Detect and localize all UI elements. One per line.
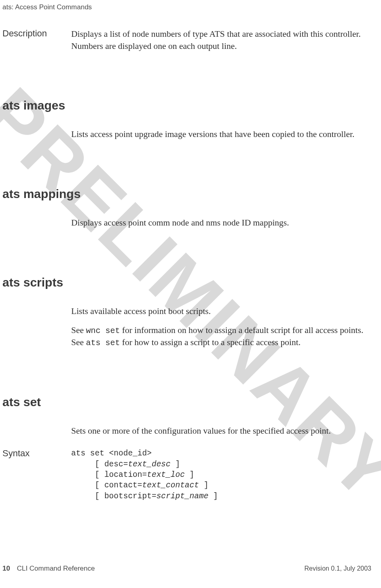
syntax-l1: ats set <node_id> [71, 449, 152, 458]
section-ats-set: ats set [2, 395, 371, 409]
doc-title: CLI Command Reference [17, 565, 95, 572]
syntax-l3a: [ location= [71, 470, 147, 479]
section-ats-scripts: ats scripts [2, 276, 371, 289]
syntax-l3b: text_loc [147, 470, 185, 479]
syntax-l5c: ] [208, 492, 218, 501]
description-text: Displays a list of node numbers of type … [71, 28, 370, 52]
description-row: Description Displays a list of node numb… [1, 28, 371, 52]
syntax-label: Syntax [1, 448, 71, 459]
ats-scripts-para1: Lists available access point boot script… [71, 306, 370, 318]
syntax-l4a: [ contact= [71, 481, 142, 490]
ats-set-text: Sets one or more of the configuration va… [71, 425, 370, 437]
ats-scripts-para2: See wnc set for information on how to as… [71, 325, 370, 348]
see-text-3: for how to assign a script to a specific… [120, 337, 301, 347]
see-text-1: See [71, 325, 86, 335]
syntax-row: Syntax ats set <node_id> [ desc=text_des… [1, 448, 371, 502]
code-ats-set: ats set [86, 338, 120, 348]
syntax-l3c: ] [185, 470, 194, 479]
syntax-l2c: ] [171, 460, 180, 469]
syntax-l2a: [ desc= [71, 460, 128, 469]
footer-left: 10 CLI Command Reference [2, 565, 95, 573]
syntax-l5b: script_name [157, 492, 209, 501]
section-ats-images: ats images [2, 99, 371, 112]
syntax-l4b: text_contact [142, 481, 199, 490]
code-wnc-set: wnc set [86, 326, 120, 335]
description-label: Description [1, 28, 71, 39]
syntax-block: ats set <node_id> [ desc=text_desc ] [ l… [71, 448, 370, 502]
syntax-l2b: text_desc [128, 460, 170, 469]
ats-mappings-text: Displays access point comm node and nms … [71, 217, 370, 229]
ats-images-text: Lists access point upgrade image version… [71, 129, 370, 141]
syntax-l5a: [ bootscript= [71, 492, 157, 501]
page-footer: 10 CLI Command Reference Revision 0.1, J… [2, 565, 371, 573]
syntax-l4c: ] [199, 481, 208, 490]
page-number: 10 [2, 565, 10, 572]
section-ats-mappings: ats mappings [2, 187, 371, 201]
revision-text: Revision 0.1, July 2003 [305, 565, 371, 572]
